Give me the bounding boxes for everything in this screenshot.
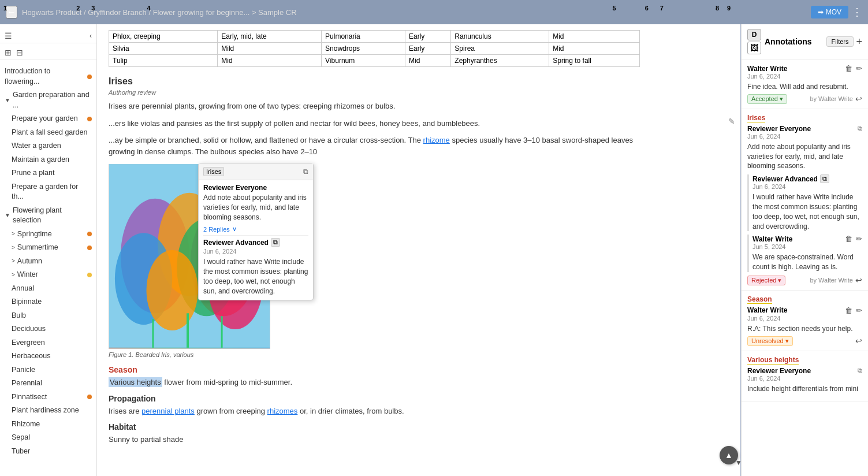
sidebar-item-panicle[interactable]: Panicle bbox=[0, 363, 96, 377]
highlighted-various-heights: Various heights bbox=[109, 377, 162, 387]
ann-edit-walter[interactable]: ✏ bbox=[856, 235, 862, 243]
sidebar-item-evergreen[interactable]: Evergreen bbox=[0, 336, 96, 350]
sidebar-dot bbox=[87, 246, 92, 250]
table-cell: Mid bbox=[218, 55, 322, 67]
sidebar-item-garden-prep[interactable]: ▼ Garden preparation and ... bbox=[0, 88, 96, 112]
ann-date-4: Jun 6, 2024 bbox=[747, 375, 862, 382]
sidebar-item-deciduous[interactable]: Deciduous bbox=[0, 322, 96, 336]
sidebar-dot bbox=[87, 232, 92, 236]
sidebar-item-herbaceous[interactable]: Herbaceous bbox=[0, 349, 96, 363]
rhizomes-link[interactable]: rhizomes bbox=[267, 407, 298, 415]
sidebar-item-introduction[interactable]: Introduction to flowering... bbox=[0, 65, 96, 88]
ann-header-4: Reviewer Everyone ⧉ bbox=[747, 367, 862, 375]
reply-text: I would rather have Write include the mo… bbox=[203, 257, 308, 296]
ann-text: Fine idea. Will add and resubmit. bbox=[747, 82, 862, 92]
sidebar-item-sepal[interactable]: Sepal bbox=[0, 431, 96, 445]
table-container: Phlox, creeping Early, mid, late Pulmona… bbox=[109, 30, 640, 67]
sidebar-item-pinnatisect[interactable]: Pinnatisect bbox=[0, 391, 96, 404]
ann-footer-2: Rejected ▾ by Walter Write ↩ bbox=[747, 276, 862, 285]
annotation-type-d-button[interactable]: D bbox=[747, 29, 761, 40]
sidebar-item-hardiness[interactable]: Plant hardiness zone bbox=[0, 404, 96, 418]
table-cell: Early, mid, late bbox=[218, 31, 322, 43]
sidebar-label: Annual bbox=[12, 284, 34, 294]
ann-copy-button[interactable]: ⧉ bbox=[858, 125, 862, 132]
sidebar-item-prepare-th[interactable]: Prepare a garden for th... bbox=[0, 180, 96, 204]
add-annotation-button[interactable]: + bbox=[856, 36, 862, 48]
ann-delete-button[interactable]: 🗑 bbox=[845, 64, 852, 73]
copy-icon[interactable]: ⧉ bbox=[303, 168, 308, 176]
ann-reply-button[interactable]: ↩ bbox=[855, 94, 862, 103]
sidebar-label: Panicle bbox=[12, 365, 35, 375]
sidebar-item-plant-fall[interactable]: Plant a fall seed garden bbox=[0, 126, 96, 140]
sidebar-item-tuber[interactable]: Tuber bbox=[0, 445, 96, 459]
habitat-heading: Habitat bbox=[109, 422, 640, 432]
season-heading: Season bbox=[109, 365, 640, 374]
sidebar-item-water[interactable]: Water a garden bbox=[0, 139, 96, 153]
season-text: Various heights flower from mid-spring t… bbox=[109, 377, 640, 388]
sidebar-label: Deciduous bbox=[12, 324, 46, 334]
sidebar-dot bbox=[87, 395, 92, 399]
move-button[interactable]: ➡ MOV bbox=[811, 6, 848, 18]
kebab-button[interactable]: ⋮ bbox=[852, 6, 862, 18]
ann-header-3: Walter Write 🗑 ✏ bbox=[747, 306, 862, 315]
ann-date-3: Jun 6, 2024 bbox=[747, 315, 862, 322]
sidebar-item-prune[interactable]: Prune a plant bbox=[0, 166, 96, 180]
reply-author: Reviewer Advanced bbox=[203, 239, 269, 247]
ann-author-4: Reviewer Everyone bbox=[747, 367, 811, 375]
ann-delete-walter[interactable]: 🗑 bbox=[845, 235, 852, 243]
body-text-3: ...ay be simple or branched, solid or ho… bbox=[109, 135, 640, 157]
popup-text: Add note about popularity and iris varie… bbox=[203, 193, 308, 222]
body-text-1: Irises are perennial plants, growing fro… bbox=[109, 101, 640, 112]
rhizome-link[interactable]: rhizome bbox=[423, 136, 450, 144]
filter-button[interactable]: Filters bbox=[826, 36, 854, 47]
ann-copy-4[interactable]: ⧉ bbox=[858, 367, 862, 374]
reply-author-walter: Walter Write bbox=[752, 235, 792, 243]
sidebar-item-rhizome[interactable]: Rhizome bbox=[0, 418, 96, 432]
sidebar-item-summertime[interactable]: > Summertime bbox=[0, 241, 96, 255]
scroll-down-icon[interactable]: ▼ bbox=[735, 459, 740, 467]
toggle-icon: > bbox=[12, 230, 15, 238]
ann-edit-button[interactable]: ✏ bbox=[856, 64, 862, 73]
list-icon[interactable]: ⊞ bbox=[5, 48, 12, 57]
sidebar-item-springtime[interactable]: > Springtime bbox=[0, 228, 96, 241]
sidebar-item-autumn[interactable]: > Autumn bbox=[0, 255, 96, 269]
ann-status-badge[interactable]: Accepted ▾ bbox=[747, 94, 787, 104]
ann-reply-button-3[interactable]: ↩ bbox=[855, 336, 862, 345]
sidebar-item-annual[interactable]: Annual bbox=[0, 282, 96, 296]
hamburger-icon[interactable]: ☰ bbox=[5, 31, 12, 40]
topbar-actions: ➡ MOV ⋮ bbox=[811, 6, 862, 18]
ann-status-unresolved[interactable]: Unresolved ▾ bbox=[747, 336, 793, 346]
sidebar-item-bipinnate[interactable]: Bipinnate bbox=[0, 295, 96, 309]
popup-divider bbox=[203, 235, 308, 236]
popup-replies[interactable]: 2 Replies ∨ bbox=[203, 225, 308, 233]
sidebar-label: Prune a plant bbox=[12, 168, 54, 178]
sidebar-label: Plant hardiness zone bbox=[12, 406, 79, 416]
annotation-card-4: Various heights Reviewer Everyone ⧉ Jun … bbox=[742, 351, 868, 401]
reply-icon: ⧉ bbox=[271, 238, 280, 247]
content-inner: Phlox, creeping Early, mid, late Pulmona… bbox=[97, 24, 651, 463]
sidebar-dot bbox=[87, 117, 92, 121]
list-outline-icon[interactable]: ⊟ bbox=[16, 48, 23, 57]
reply-text-adv: I would rather have Write include the mo… bbox=[752, 192, 862, 231]
annotation-card-1: Walter Write 🗑 ✏ Jun 6, 2024 Fine idea. … bbox=[742, 60, 868, 109]
popup-header: Irises ⧉ bbox=[199, 163, 313, 180]
ann-status-rejected[interactable]: Rejected ▾ bbox=[747, 276, 785, 285]
collapse-icon[interactable]: ‹ bbox=[90, 32, 92, 40]
breadcrumb: Hogwarts Product / Gryffindor Branch / F… bbox=[22, 8, 806, 17]
table-cell: Early bbox=[405, 31, 451, 43]
sidebar-item-winter[interactable]: > Winter bbox=[0, 268, 96, 282]
sidebar-item-perennial[interactable]: Perennial bbox=[0, 377, 96, 391]
perennial-link[interactable]: perennial plants bbox=[141, 407, 195, 415]
sidebar-item-flowering[interactable]: ▼ Flowering plant selection bbox=[0, 204, 96, 228]
ann-delete-3[interactable]: 🗑 bbox=[845, 306, 852, 315]
sidebar-item-bulb[interactable]: Bulb bbox=[0, 309, 96, 323]
annotation-type-img-button[interactable]: 🖼 bbox=[747, 42, 761, 54]
back-button[interactable]: ← bbox=[6, 6, 17, 18]
table-cell: Mid bbox=[549, 31, 640, 43]
edit-icon[interactable]: ✎ bbox=[728, 117, 735, 126]
ann-edit-3[interactable]: ✏ bbox=[856, 306, 862, 315]
sidebar-item-maintain[interactable]: Maintain a garden bbox=[0, 153, 96, 167]
ann-reply-button-2[interactable]: ↩ bbox=[855, 276, 862, 285]
sidebar-item-prepare[interactable]: Prepare your garden bbox=[0, 112, 96, 126]
ann-author-3: Walter Write bbox=[747, 306, 787, 314]
